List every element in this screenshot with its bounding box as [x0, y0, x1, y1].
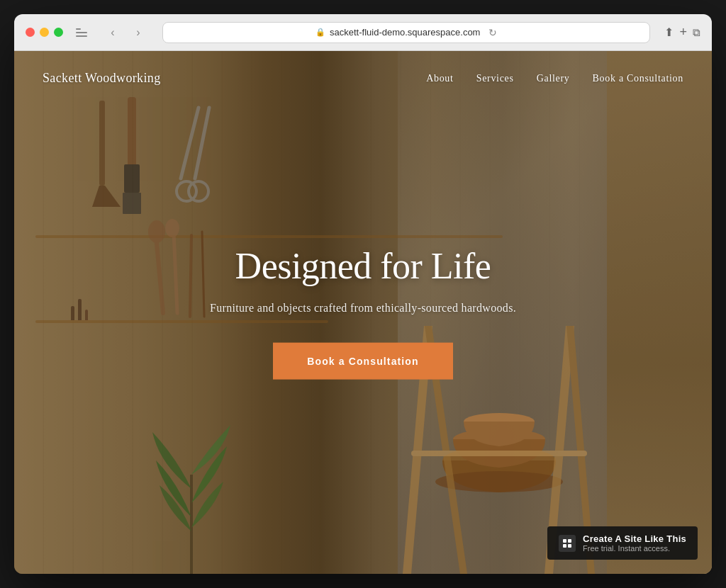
svg-rect-18 — [78, 299, 82, 320]
svg-rect-4 — [128, 97, 136, 168]
share-button[interactable]: ⬆ — [664, 26, 674, 39]
forward-button[interactable]: › — [128, 23, 148, 43]
badge-text: Create A Site Like This Free trial. Inst… — [583, 533, 686, 553]
svg-rect-6 — [123, 193, 141, 214]
hero-cta-button[interactable]: Book a Consultation — [273, 342, 452, 379]
reload-button[interactable]: ↻ — [488, 27, 497, 38]
address-bar[interactable]: 🔒 sackett-fluid-demo.squarespace.com ↻ — [162, 22, 650, 43]
plant-svg — [149, 418, 234, 574]
svg-rect-5 — [124, 164, 140, 193]
svg-rect-32 — [563, 539, 566, 543]
minimize-button[interactable] — [40, 28, 49, 37]
browser-window: ‹ › 🔒 sackett-fluid-demo.squarespace.com… — [14, 14, 712, 574]
svg-rect-2 — [76, 35, 87, 37]
svg-rect-34 — [563, 544, 566, 548]
svg-rect-3 — [99, 101, 105, 186]
svg-point-12 — [148, 220, 165, 243]
windows-button[interactable]: ⧉ — [693, 26, 700, 39]
svg-point-14 — [165, 219, 179, 237]
browser-controls: ‹ › — [103, 23, 148, 43]
website-content: Sackett Woodworking About Services Galle… — [14, 51, 712, 574]
browser-chrome: ‹ › 🔒 sackett-fluid-demo.squarespace.com… — [14, 14, 712, 51]
hero-title: Designed for Life — [150, 246, 576, 286]
svg-rect-35 — [568, 544, 571, 548]
nav-services[interactable]: Services — [476, 73, 514, 84]
svg-point-10 — [189, 181, 208, 201]
lock-icon: 🔒 — [315, 28, 325, 37]
nav-about[interactable]: About — [426, 73, 454, 84]
traffic-lights — [26, 28, 63, 37]
url-display: sackett-fluid-demo.squarespace.com — [330, 27, 480, 38]
maximize-button[interactable] — [54, 28, 63, 37]
nav-book-consultation[interactable]: Book a Consultation — [593, 73, 683, 84]
svg-rect-19 — [85, 310, 88, 320]
squarespace-icon — [559, 535, 576, 552]
close-button[interactable] — [26, 28, 35, 37]
nav-links: About Services Gallery Book a Consultati… — [426, 73, 683, 84]
site-logo: Sackett Woodworking — [43, 71, 161, 86]
new-tab-button[interactable]: + — [679, 25, 687, 40]
badge-subtitle: Free trial. Instant access. — [583, 544, 686, 553]
svg-rect-17 — [71, 306, 74, 320]
badge-title: Create A Site Like This — [583, 533, 686, 544]
browser-actions: ⬆ + ⧉ — [664, 25, 700, 40]
back-button[interactable]: ‹ — [103, 23, 123, 43]
squarespace-badge[interactable]: Create A Site Like This Free trial. Inst… — [547, 526, 698, 560]
svg-rect-1 — [76, 32, 87, 33]
nav-gallery[interactable]: Gallery — [537, 73, 570, 84]
svg-rect-0 — [76, 28, 81, 30]
site-nav: Sackett Woodworking About Services Galle… — [14, 51, 712, 106]
sidebar-icon[interactable] — [72, 23, 91, 43]
hero-subtitle: Furniture and objects crafted from ethic… — [150, 299, 576, 317]
svg-rect-33 — [568, 539, 571, 543]
hero-content: Designed for Life Furniture and objects … — [150, 246, 576, 380]
